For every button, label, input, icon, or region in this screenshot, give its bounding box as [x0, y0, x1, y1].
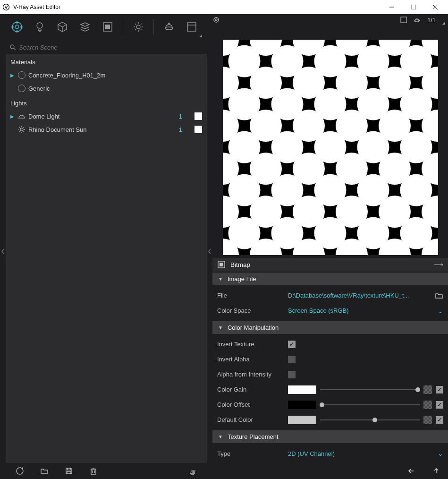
- default-color-enable-checkbox[interactable]: [436, 416, 443, 424]
- search-bar: [6, 40, 207, 54]
- svg-point-11: [37, 23, 42, 28]
- color-offset-enable-checkbox[interactable]: [436, 401, 443, 409]
- materials-tab-icon[interactable]: [6, 16, 28, 38]
- svg-point-23: [10, 45, 14, 49]
- color-offset-texture-slot[interactable]: [423, 401, 432, 409]
- default-color-texture-slot[interactable]: [423, 416, 432, 424]
- preview-teapot-icon[interactable]: [412, 15, 422, 25]
- left-footer: [6, 463, 207, 479]
- material-item[interactable]: Generic: [6, 82, 207, 95]
- alpha-intensity-checkbox[interactable]: [288, 371, 296, 378]
- material-sphere-icon: [18, 85, 25, 92]
- bitmap-title: Bitmap ⟶: [212, 258, 448, 272]
- settings-tab-icon[interactable]: [127, 16, 150, 38]
- color-gain-enable-checkbox[interactable]: [436, 386, 443, 393]
- dome-light-icon: [18, 112, 25, 120]
- chevron-down-icon[interactable]: ⌄: [435, 307, 443, 315]
- default-color-label: Default Color: [217, 416, 288, 423]
- render-elements-tab-icon[interactable]: [74, 16, 96, 38]
- save-icon[interactable]: [59, 464, 79, 478]
- light-item[interactable]: ▶ Dome Light 1: [6, 110, 207, 123]
- type-value[interactable]: 2D (UV Channel): [288, 450, 431, 457]
- svg-rect-21: [401, 17, 406, 23]
- chevron-right-icon[interactable]: ▶: [10, 114, 15, 119]
- search-input[interactable]: [19, 44, 203, 51]
- close-button[interactable]: [424, 0, 446, 14]
- preview-toolbar: 1/1: [207, 14, 448, 26]
- light-count: 1: [174, 126, 182, 133]
- window-title: V-Ray Asset Editor: [13, 4, 381, 10]
- light-item[interactable]: Rhino Document Sun 1: [6, 123, 207, 136]
- invert-alpha-checkbox[interactable]: [288, 356, 296, 363]
- svg-point-0: [3, 4, 9, 10]
- svg-rect-14: [105, 25, 110, 29]
- purge-icon[interactable]: [182, 464, 203, 478]
- lights-section-title: Lights: [6, 95, 207, 110]
- material-item[interactable]: ▶ Concrete_Flooring_H01_2m: [6, 68, 207, 82]
- frame-buffer-icon[interactable]: [180, 16, 203, 38]
- geometry-tab-icon[interactable]: [51, 16, 74, 38]
- color-gain-texture-slot[interactable]: [423, 385, 432, 394]
- type-label: Type: [217, 450, 288, 457]
- material-label: Concrete_Flooring_H01_2m: [28, 72, 202, 79]
- texture-placement-header[interactable]: ▼ Texture Placement: [212, 430, 448, 443]
- main-toolbar: [0, 14, 207, 40]
- material-label: Generic: [28, 85, 202, 92]
- svg-rect-2: [412, 5, 416, 9]
- color-manip-header[interactable]: ▼ Color Manipulation: [212, 321, 448, 334]
- svg-point-16: [165, 27, 173, 30]
- preview-reload-icon[interactable]: [211, 15, 221, 25]
- up-arrow-icon[interactable]: [431, 466, 441, 476]
- chevron-down-icon: ▼: [218, 276, 223, 282]
- slot-arrow-icon[interactable]: ⟶: [434, 261, 443, 268]
- maximize-button[interactable]: [403, 0, 424, 14]
- file-label: File: [217, 292, 288, 299]
- invert-alpha-label: Invert Alpha: [217, 356, 288, 363]
- colorspace-label: Color Space: [217, 307, 288, 314]
- preview-menu-corner-icon[interactable]: [440, 16, 443, 24]
- color-manip-label: Color Manipulation: [228, 324, 279, 331]
- preview-counter: 1/1: [427, 17, 436, 24]
- svg-line-24: [14, 48, 16, 50]
- color-offset-swatch[interactable]: [288, 401, 316, 409]
- invert-texture-checkbox[interactable]: [288, 341, 296, 348]
- svg-rect-35: [220, 263, 223, 266]
- color-offset-label: Color Offset: [217, 401, 288, 408]
- file-path-value[interactable]: D:\Database\software\VRay\texture\HKU_t.…: [288, 292, 431, 299]
- light-label: Dome Light: [28, 113, 171, 120]
- mid-collapse-handle[interactable]: [207, 40, 212, 463]
- default-color-swatch[interactable]: [288, 416, 316, 424]
- search-icon: [9, 44, 16, 51]
- light-label: Rhino Document Sun: [28, 126, 171, 133]
- color-gain-swatch[interactable]: [288, 385, 316, 394]
- svg-rect-40: [67, 471, 71, 474]
- svg-rect-17: [187, 23, 196, 31]
- chevron-down-icon[interactable]: ⌄: [435, 450, 443, 457]
- chevron-right-icon[interactable]: ▶: [10, 73, 15, 78]
- delete-icon[interactable]: [83, 464, 104, 478]
- light-color-swatch[interactable]: [194, 112, 202, 120]
- light-color-swatch[interactable]: [194, 126, 202, 133]
- image-file-header[interactable]: ▼ Image File: [212, 273, 448, 285]
- svg-rect-39: [68, 468, 70, 470]
- right-footer: [212, 463, 448, 479]
- bitmap-title-label: Bitmap: [230, 261, 429, 268]
- left-collapse-handle[interactable]: [0, 40, 6, 463]
- add-asset-icon[interactable]: [9, 464, 30, 478]
- color-gain-slider[interactable]: [320, 385, 420, 394]
- preview-frame-icon[interactable]: [399, 15, 408, 25]
- title-bar: V-Ray Asset Editor: [0, 0, 448, 14]
- svg-rect-41: [91, 469, 96, 474]
- render-icon[interactable]: [158, 16, 180, 38]
- color-offset-slider[interactable]: [320, 401, 420, 409]
- svg-rect-33: [223, 40, 438, 255]
- open-icon[interactable]: [34, 464, 55, 478]
- lights-tab-icon[interactable]: [28, 16, 51, 38]
- colorspace-value[interactable]: Screen Space (sRGB): [288, 307, 431, 314]
- minimize-button[interactable]: [381, 0, 403, 14]
- back-arrow-icon[interactable]: [406, 466, 417, 476]
- textures-tab-icon[interactable]: [96, 16, 119, 38]
- open-folder-icon[interactable]: [435, 291, 443, 300]
- sun-light-icon: [18, 126, 25, 133]
- default-color-slider[interactable]: [320, 416, 420, 424]
